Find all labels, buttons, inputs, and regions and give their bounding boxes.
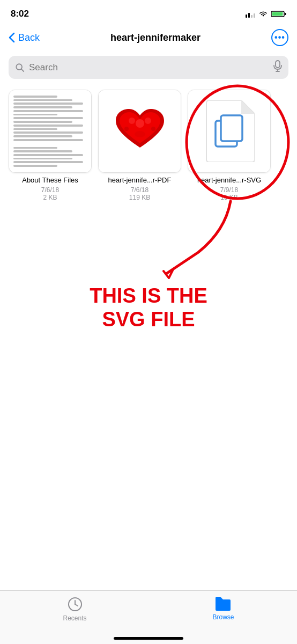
file-name-svg: heart-jennife...r-SVG — [197, 176, 261, 185]
search-bar[interactable] — [9, 56, 288, 79]
nav-bar: Back heart-jennifermaker ••• — [0, 24, 297, 52]
file-date-about: 7/6/18 — [41, 186, 59, 194]
browse-icon — [214, 596, 232, 611]
search-icon — [15, 63, 25, 72]
doc-line — [13, 96, 57, 98]
svg-point-13 — [129, 118, 135, 124]
home-indicator — [114, 637, 183, 640]
doc-line — [13, 150, 72, 152]
doc-line — [13, 135, 72, 137]
svg-rect-3 — [254, 13, 255, 18]
recents-label: Recents — [63, 614, 86, 622]
doc-line — [13, 103, 83, 105]
browse-label: Browse — [212, 613, 234, 621]
nav-title: heart-jennifermaker — [110, 32, 201, 43]
status-time: 8:02 — [11, 9, 29, 19]
wifi-icon — [258, 10, 268, 18]
file-size-svg: 15 KB — [220, 194, 238, 201]
doc-line — [13, 114, 57, 116]
svg-rect-0 — [246, 14, 247, 18]
file-size-pdf: 119 KB — [129, 194, 150, 201]
svg-file-icon — [204, 100, 255, 162]
doc-line — [13, 106, 72, 108]
search-input[interactable] — [29, 62, 269, 73]
heart-preview — [99, 90, 181, 172]
back-button[interactable]: Back — [9, 32, 40, 43]
svg-rect-9 — [276, 61, 280, 68]
file-item-about[interactable]: About These Files 7/6/18 2 KB — [9, 90, 92, 201]
doc-line — [13, 161, 83, 163]
doc-line — [13, 131, 83, 134]
status-bar: 8:02 — [0, 0, 297, 24]
svg-line-8 — [21, 69, 24, 71]
microphone-icon — [273, 60, 282, 75]
signal-icon — [246, 10, 255, 18]
back-label: Back — [18, 32, 40, 43]
doc-line — [13, 110, 83, 112]
doc-line — [13, 125, 83, 127]
doc-line — [13, 147, 57, 149]
svg-rect-5 — [285, 13, 286, 15]
svg-line-23 — [75, 604, 78, 606]
tab-bar: Recents Browse — [0, 590, 297, 644]
file-size-about: 2 KB — [43, 194, 57, 201]
svg-point-17 — [135, 131, 145, 137]
more-button[interactable]: ••• — [271, 29, 288, 46]
recents-icon — [67, 596, 83, 612]
file-date-pdf: 7/6/18 — [131, 186, 148, 194]
tab-browse[interactable]: Browse — [212, 596, 234, 621]
file-thumbnail-svg — [188, 90, 271, 173]
annotation-line1: THIS IS THE — [90, 284, 207, 307]
svg-point-15 — [124, 127, 129, 131]
more-icon: ••• — [274, 33, 285, 42]
doc-line — [13, 128, 57, 130]
svg-rect-19 — [221, 115, 242, 141]
search-bar-container — [0, 52, 297, 84]
doc-line — [13, 99, 72, 101]
svg-rect-1 — [248, 13, 250, 18]
doc-line — [13, 139, 83, 141]
svg-point-14 — [145, 118, 151, 124]
tab-recents[interactable]: Recents — [63, 596, 86, 622]
file-thumbnail-pdf — [98, 90, 181, 173]
svg-preview — [188, 90, 270, 172]
svg-rect-6 — [272, 12, 283, 16]
file-item-pdf[interactable]: heart-jennife...r-PDF 7/6/18 119 KB — [98, 90, 181, 201]
svg-rect-2 — [251, 15, 253, 18]
file-thumbnail-about — [9, 90, 92, 173]
annotation-line2: SVG FILE — [102, 308, 195, 331]
doc-preview — [9, 90, 91, 172]
file-grid: About These Files 7/6/18 2 KB — [0, 84, 297, 207]
status-icons — [246, 10, 286, 18]
file-name-about: About These Files — [22, 176, 78, 185]
doc-line — [13, 154, 83, 156]
file-date-svg: 7/9/18 — [220, 186, 238, 194]
battery-icon — [271, 10, 286, 18]
svg-point-16 — [151, 127, 155, 131]
chevron-left-icon — [9, 32, 15, 43]
svg-point-12 — [136, 119, 144, 128]
heart-svg — [113, 105, 167, 158]
doc-line — [13, 158, 72, 160]
doc-line — [13, 121, 72, 123]
doc-line — [13, 165, 57, 167]
file-name-pdf: heart-jennife...r-PDF — [108, 176, 172, 185]
doc-line — [13, 117, 83, 119]
annotation-text: THIS IS THE SVG FILE — [0, 284, 297, 331]
file-item-svg[interactable]: heart-jennife...r-SVG 7/9/18 15 KB — [188, 90, 271, 201]
